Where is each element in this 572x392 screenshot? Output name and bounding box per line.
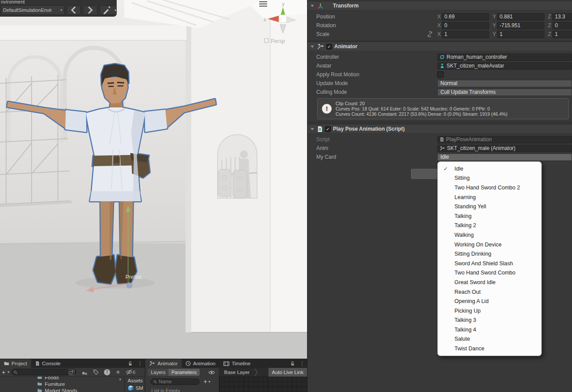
asset-item[interactable]: SM [128,385,145,391]
search-by-type-icon[interactable] [82,370,88,375]
project-search-input[interactable] [11,369,76,375]
background-button[interactable] [411,169,438,179]
scale-label[interactable]: Scale [316,31,437,37]
anim-field[interactable]: SKT_citizen_male (Animator) [437,145,572,152]
update-mode-row: Update Mode Normal [307,79,572,88]
dropdown-menu-item[interactable]: ✓ Learning [438,192,541,202]
dropdown-menu-item[interactable]: ✓ Salute [438,335,541,344]
dropdown-menu-item[interactable]: ✓ Opening A Lid [438,296,541,306]
dropdown-menu-item[interactable]: ✓ Two Hand Sword Combo [438,268,541,278]
dropdown-menu-item[interactable]: ✓ Sword And Shield Slash [438,259,541,268]
scale-x-field[interactable]: 1 [442,31,489,38]
script-label[interactable]: Script [316,136,437,143]
parameter-search-input[interactable]: Name [150,378,200,385]
kebab-menu-icon[interactable]: ⋮ [135,359,145,368]
rotation-x-field[interactable]: 0 [442,22,489,29]
add-parameter-button[interactable]: + [204,378,207,385]
dropdown-menu-item[interactable]: ✓ Two Hand Sword Combo 2 [438,183,541,192]
rotation-label[interactable]: Rotation [316,22,437,29]
dropdown-menu-item[interactable]: ✓ Talking [438,211,541,221]
dropdown-menu-item[interactable]: ✓ Picking Up [438,306,541,316]
dropdown-menu-item[interactable]: ✓ Sitting Drinking [438,249,541,259]
dropdown-menu-item[interactable]: ✓ Twist Dance [438,344,541,353]
dropdown-menu-item[interactable]: ✓ Talking 4 [438,325,541,335]
persp-label[interactable]: Persp [271,38,285,44]
assets-breadcrumb[interactable]: Assets [128,378,145,383]
dropdown-menu-item[interactable]: ✓ Talking 2 [438,221,541,231]
foldout-arrow-icon[interactable] [311,5,314,7]
base-layer-breadcrumb[interactable]: Base Layer [224,370,250,375]
anim-label[interactable]: Anim [316,145,437,151]
scale-z-field[interactable]: 1 [552,31,572,38]
dropdown-menu-item[interactable]: ✓ Talking 3 [438,316,541,325]
folder-tree-item[interactable]: Foods [0,377,124,381]
dropdown-menu-item[interactable]: ✓ Walking [438,230,541,240]
play-pose-animation-header[interactable]: ✓ Play Pose Animation (Script) [307,124,572,134]
animator-graph-grid[interactable] [219,377,307,392]
search-by-label-icon[interactable] [93,369,99,375]
foldout-arrow-icon[interactable] [311,128,314,130]
tab-console[interactable]: Console [31,359,64,368]
scale-y-field[interactable]: 1 [497,31,544,38]
scene-view[interactable]: Prefab y x Persp nvironment DefaultSimu [0,0,307,359]
culling-mode-dropdown[interactable]: Cull Update Transforms [437,89,572,96]
environment-edit-button[interactable]: ▾ [100,5,117,15]
constrain-proportions-icon[interactable] [427,31,433,39]
lock-icon[interactable] [288,359,297,368]
create-asset-button[interactable]: + [2,369,5,375]
tab-animation[interactable]: Animation [182,359,219,368]
open-search-window-icon[interactable] [68,369,75,375]
chevron-down-icon[interactable]: ▾ [7,370,9,374]
position-y-field[interactable]: 0.881 [497,13,544,21]
tab-animator[interactable]: Animator [145,359,182,368]
position-label[interactable]: Position [316,14,437,20]
rotation-z-field[interactable]: 0 [552,22,572,29]
tab-timeline[interactable]: Timeline [219,359,254,368]
script-field[interactable]: PlayPoseAnimation [437,136,572,143]
kebab-menu-icon[interactable]: ⋮ [297,359,307,368]
controller-field[interactable]: Roman_human_controller [437,53,572,61]
parameters-button[interactable]: Parameters [168,369,200,376]
update-mode-dropdown[interactable]: Normal [437,80,572,87]
alert-filter-icon[interactable]: ! [104,369,110,375]
chevron-down-icon[interactable]: ▾ [208,380,210,384]
folder-tree-item[interactable]: Market Stands [0,387,124,392]
gizmo-center-cube[interactable] [279,15,286,22]
axis-x-label: X [437,14,442,20]
favorites-star-icon[interactable]: ★ [115,369,121,375]
rotation-y-field[interactable]: -715.951 [497,22,544,29]
dropdown-menu-item[interactable]: ✓ Great Sword Idle [438,278,541,287]
hidden-packages-icon[interactable]: 6 [126,369,136,375]
apply-root-motion-checkbox[interactable] [437,71,443,78]
culling-mode-label[interactable]: Culling Mode [316,89,437,95]
foldout-arrow-icon[interactable] [311,46,314,48]
avatar-label[interactable]: Avatar [316,63,437,69]
dropdown-menu-item[interactable]: ✓ Idle [438,164,541,174]
my-card-label[interactable]: My Card [316,154,437,160]
environment-next-button[interactable] [83,5,97,15]
eye-icon[interactable] [208,370,215,375]
layers-button[interactable]: Layers [148,369,168,376]
dropdown-menu-item[interactable]: ✓ Reach Out [438,287,541,297]
animator-header[interactable]: ✓ Animator [307,42,572,51]
folder-tree-item[interactable]: Furniture [0,381,124,387]
script-enabled-checkbox[interactable]: ✓ [325,126,331,132]
controller-label[interactable]: Controller [316,54,437,60]
environment-dropdown[interactable]: DefaultSimulationEnvir ▾ [1,5,64,15]
dropdown-menu-item[interactable]: ✓ Working On Device [438,240,541,249]
my-card-dropdown[interactable]: Idle [437,153,572,161]
lock-icon[interactable] [125,359,135,368]
dropdown-menu-item[interactable]: ✓ Sitting [438,174,541,183]
transform-header[interactable]: Transform [307,1,572,11]
auto-live-link-button[interactable]: Auto Live Link [268,368,307,377]
tab-project[interactable]: Project [0,359,31,368]
scrollbar-up-icon[interactable]: ▲ [118,377,122,381]
update-mode-label[interactable]: Update Mode [316,80,437,86]
dropdown-menu-item[interactable]: ✓ Standing Yell [438,202,541,211]
position-x-field[interactable]: 0.69 [442,13,489,21]
avatar-field[interactable]: SKT_citizen_maleAvatar [437,62,572,70]
position-z-field[interactable]: 13.3 [552,13,572,21]
animator-enabled-checkbox[interactable]: ✓ [326,44,332,50]
environment-prev-button[interactable] [67,5,81,15]
apply-root-motion-label[interactable]: Apply Root Motion [316,71,437,78]
